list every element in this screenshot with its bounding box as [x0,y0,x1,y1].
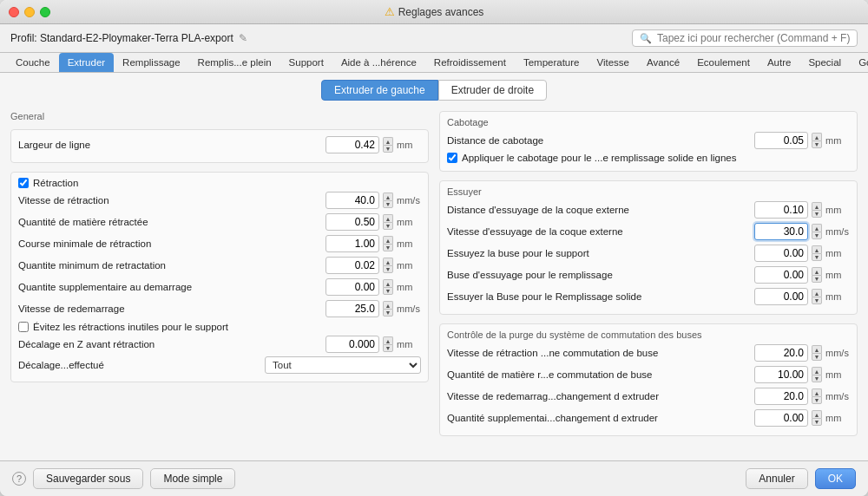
retraction-up-0[interactable]: ▲ [383,193,393,200]
minimize-button[interactable] [24,7,35,17]
retraction-down-0[interactable]: ▼ [383,200,393,208]
retraction-input-3[interactable] [326,257,379,274]
decalage-z-down[interactable]: ▼ [383,344,393,352]
essuyer-spinner-1[interactable]: ▲ ▼ [812,224,822,239]
purge-spinner-1[interactable]: ▲ ▼ [812,367,822,382]
purge-up-1[interactable]: ▲ [812,367,822,375]
retraction-input-5[interactable] [326,300,379,317]
purge-input-2[interactable] [754,388,808,405]
essuyer-down-4[interactable]: ▼ [812,297,822,304]
edit-icon[interactable]: ✎ [239,32,247,44]
maximize-button[interactable] [40,7,50,17]
decalage-z-spinner[interactable]: ▲ ▼ [383,336,393,352]
essuyer-spinner-4[interactable]: ▲ ▼ [812,289,822,304]
essuyer-input-1[interactable] [754,223,808,240]
purge-spinner-3[interactable]: ▲ ▼ [812,410,822,426]
tab-refroidissement[interactable]: Refroidissement [425,53,515,72]
essuyer-up-0[interactable]: ▲ [812,202,822,210]
retraction-down-5[interactable]: ▼ [383,309,393,317]
tab-couche[interactable]: Couche [7,53,59,72]
close-button[interactable] [9,7,19,17]
retraction-up-3[interactable]: ▲ [383,258,393,265]
distance-cab-up[interactable]: ▲ [812,133,822,140]
distance-cab-spinner[interactable]: ▲ ▼ [812,133,822,148]
retraction-up-1[interactable]: ▲ [383,214,393,222]
retraction-input-4[interactable] [326,278,379,296]
help-icon[interactable]: ? [12,472,26,486]
purge-down-1[interactable]: ▼ [812,375,822,382]
essuyer-up-2[interactable]: ▲ [812,245,822,253]
essuyer-down-1[interactable]: ▼ [812,232,822,239]
tab-gcode[interactable]: Gcode [850,53,868,72]
retraction-up-5[interactable]: ▲ [383,301,393,309]
retraction-spinner-5[interactable]: ▲ ▼ [383,301,393,317]
purge-spinner-2[interactable]: ▲ ▼ [812,388,822,404]
purge-down-3[interactable]: ▼ [812,418,822,426]
essuyer-up-1[interactable]: ▲ [812,224,822,232]
essuyer-down-3[interactable]: ▼ [812,275,822,283]
retraction-spinner-4[interactable]: ▲ ▼ [383,279,393,295]
eviter-checkbox[interactable] [18,322,29,332]
tab-temperature[interactable]: Temperature [515,53,589,72]
purge-spinner-0[interactable]: ▲ ▼ [812,345,822,361]
tab-extruder[interactable]: Extruder [59,53,114,72]
retraction-input-0[interactable] [326,192,379,209]
retraction-up-2[interactable]: ▲ [383,236,393,244]
retraction-checkbox[interactable] [18,178,29,188]
purge-down-2[interactable]: ▼ [812,396,822,404]
tab-remplissage[interactable]: Remplissage [114,53,188,72]
decalage-eff-select[interactable]: Tout [265,356,421,374]
essuyer-input-3[interactable] [754,266,808,284]
essuyer-up-3[interactable]: ▲ [812,267,822,275]
purge-up-3[interactable]: ▲ [812,410,822,418]
tab-avancé[interactable]: Avancé [638,53,688,72]
purge-input-0[interactable] [754,344,808,362]
essuyer-input-2[interactable] [754,245,808,262]
retraction-down-2[interactable]: ▼ [383,244,393,251]
purge-up-2[interactable]: ▲ [812,388,822,396]
decalage-z-input[interactable] [326,336,379,353]
purge-input-3[interactable] [754,409,808,427]
extruder-tab-extruder-de-gauche[interactable]: Extruder de gauche [321,80,438,101]
retraction-down-4[interactable]: ▼ [383,287,393,295]
essuyer-down-2[interactable]: ▼ [812,253,822,261]
largeur-down[interactable]: ▼ [383,145,393,153]
largeur-up[interactable]: ▲ [383,137,393,145]
purge-up-0[interactable]: ▲ [812,345,822,353]
tab-autre[interactable]: Autre [759,53,800,72]
essuyer-up-4[interactable]: ▲ [812,289,822,297]
retraction-down-3[interactable]: ▼ [383,265,393,273]
tab-special[interactable]: Special [799,53,850,72]
simple-mode-button[interactable]: Mode simple [150,468,235,489]
essuyer-spinner-3[interactable]: ▲ ▼ [812,267,822,283]
essuyer-down-0[interactable]: ▼ [812,210,822,218]
cancel-button[interactable]: Annuler [746,468,807,489]
purge-down-0[interactable]: ▼ [812,353,822,361]
retraction-input-1[interactable] [326,213,379,231]
search-box[interactable]: 🔍 [632,29,858,47]
retraction-down-1[interactable]: ▼ [383,222,393,230]
essuyer-spinner-0[interactable]: ▲ ▼ [812,202,822,218]
essuyer-input-4[interactable] [754,288,808,305]
retraction-spinner-3[interactable]: ▲ ▼ [383,258,393,273]
tab-remplis...e-plein[interactable]: Remplis...e plein [189,53,280,72]
purge-input-1[interactable] [754,366,808,383]
largeur-input[interactable] [326,136,379,153]
retraction-input-2[interactable] [326,235,379,252]
extruder-tab-extruder-de-droite[interactable]: Extruder de droite [438,80,547,101]
retraction-spinner-1[interactable]: ▲ ▼ [383,214,393,230]
retraction-spinner-0[interactable]: ▲ ▼ [383,193,393,208]
essuyer-input-0[interactable] [754,201,808,219]
distance-cab-input[interactable] [754,132,808,149]
retraction-up-4[interactable]: ▲ [383,279,393,287]
tab-vitesse[interactable]: Vitesse [589,53,639,72]
retraction-spinner-2[interactable]: ▲ ▼ [383,236,393,251]
largeur-spinner[interactable]: ▲ ▼ [383,137,393,153]
essuyer-spinner-2[interactable]: ▲ ▼ [812,245,822,261]
search-input[interactable] [657,32,850,44]
decalage-z-up[interactable]: ▲ [383,336,393,344]
distance-cab-down[interactable]: ▼ [812,140,822,148]
tab-aide-à-...hérence[interactable]: Aide à ...hérence [332,53,425,72]
appliquer-checkbox[interactable] [447,153,457,163]
tab-support[interactable]: Support [280,53,332,72]
